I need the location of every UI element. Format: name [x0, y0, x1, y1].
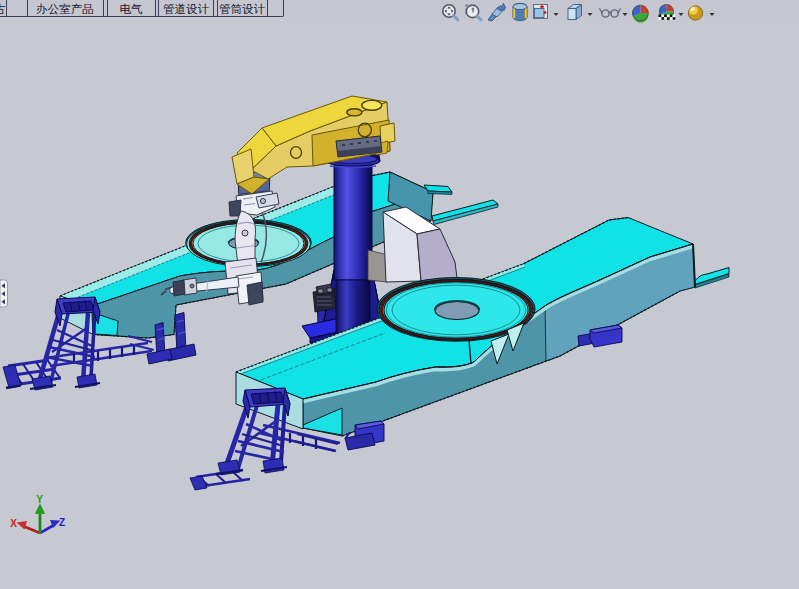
svg-text:管道设计: 管道设计: [163, 3, 210, 15]
svg-text:X: X: [10, 518, 17, 529]
svg-text:古: 古: [0, 3, 6, 15]
svg-text:电气: 电气: [120, 3, 143, 15]
svg-text:管筒设计: 管筒设计: [219, 3, 266, 15]
svg-text:Y: Y: [36, 494, 43, 505]
svg-text:Z: Z: [59, 517, 65, 528]
svg-text:办公室产品: 办公室产品: [36, 3, 94, 15]
